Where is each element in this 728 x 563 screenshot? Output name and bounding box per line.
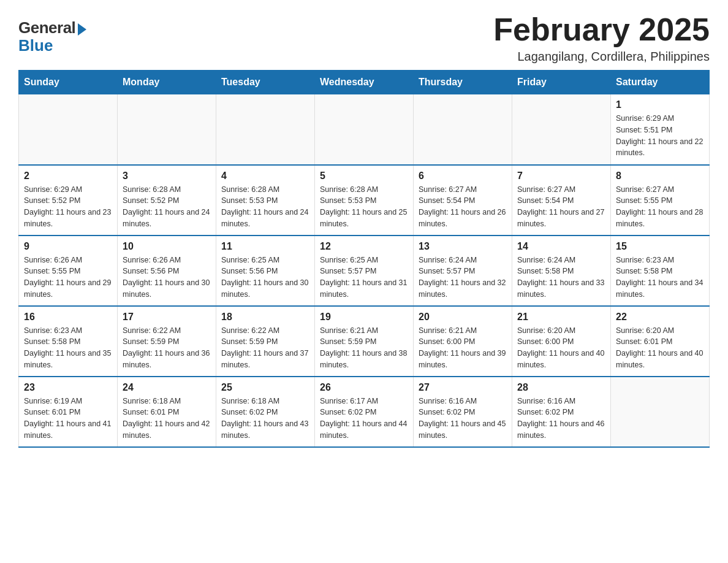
week-row: 1Sunrise: 6:29 AMSunset: 5:51 PMDaylight… (19, 94, 710, 165)
day-info: Sunrise: 6:24 AMSunset: 5:57 PMDaylight:… (419, 255, 507, 301)
day-info: Sunrise: 6:16 AMSunset: 6:02 PMDaylight:… (419, 396, 507, 442)
day-info: Sunrise: 6:29 AMSunset: 5:51 PMDaylight:… (616, 113, 704, 159)
day-number: 1 (616, 99, 704, 110)
day-info: Sunrise: 6:28 AMSunset: 5:53 PMDaylight:… (221, 184, 309, 230)
calendar-cell (19, 94, 118, 165)
day-number: 16 (24, 312, 112, 323)
day-of-week-header: Tuesday (216, 71, 315, 94)
logo-blue-text: Blue (18, 36, 53, 55)
calendar-cell: 26Sunrise: 6:17 AMSunset: 6:02 PMDayligh… (315, 377, 414, 447)
day-number: 24 (123, 382, 211, 393)
calendar-cell: 24Sunrise: 6:18 AMSunset: 6:01 PMDayligh… (118, 377, 216, 447)
location: Lagangilang, Cordillera, Philippines (493, 50, 710, 64)
calendar-cell: 21Sunrise: 6:20 AMSunset: 6:00 PMDayligh… (512, 306, 611, 377)
day-info: Sunrise: 6:20 AMSunset: 6:00 PMDaylight:… (517, 325, 605, 371)
day-number: 20 (419, 312, 507, 323)
calendar-cell: 27Sunrise: 6:16 AMSunset: 6:02 PMDayligh… (414, 377, 512, 447)
day-info: Sunrise: 6:23 AMSunset: 5:58 PMDaylight:… (616, 255, 704, 301)
calendar-cell: 11Sunrise: 6:25 AMSunset: 5:56 PMDayligh… (216, 236, 315, 306)
calendar-cell: 7Sunrise: 6:27 AMSunset: 5:54 PMDaylight… (512, 165, 611, 236)
day-info: Sunrise: 6:21 AMSunset: 6:00 PMDaylight:… (419, 325, 507, 371)
calendar-cell (118, 94, 216, 165)
day-number: 23 (24, 382, 112, 393)
calendar-body: 1Sunrise: 6:29 AMSunset: 5:51 PMDaylight… (19, 94, 710, 447)
day-number: 26 (320, 382, 408, 393)
day-info: Sunrise: 6:22 AMSunset: 5:59 PMDaylight:… (123, 325, 211, 371)
calendar-cell (414, 94, 512, 165)
day-number: 22 (616, 312, 704, 323)
calendar-cell (315, 94, 414, 165)
day-of-week-header: Thursday (414, 71, 512, 94)
calendar-cell: 6Sunrise: 6:27 AMSunset: 5:54 PMDaylight… (414, 165, 512, 236)
title-block: February 2025 Lagangilang, Cordillera, P… (493, 12, 710, 64)
day-info: Sunrise: 6:28 AMSunset: 5:52 PMDaylight:… (123, 184, 211, 230)
day-of-week-header: Friday (512, 71, 611, 94)
day-number: 4 (221, 170, 309, 182)
calendar-cell: 13Sunrise: 6:24 AMSunset: 5:57 PMDayligh… (414, 236, 512, 306)
calendar-cell: 22Sunrise: 6:20 AMSunset: 6:01 PMDayligh… (611, 306, 710, 377)
day-number: 10 (123, 241, 211, 252)
day-info: Sunrise: 6:27 AMSunset: 5:55 PMDaylight:… (616, 184, 704, 230)
day-of-week-header: Saturday (611, 71, 710, 94)
month-title: February 2025 (493, 12, 710, 47)
day-info: Sunrise: 6:20 AMSunset: 6:01 PMDaylight:… (616, 325, 704, 371)
day-info: Sunrise: 6:26 AMSunset: 5:55 PMDaylight:… (24, 255, 112, 301)
calendar-cell (216, 94, 315, 165)
day-info: Sunrise: 6:25 AMSunset: 5:56 PMDaylight:… (221, 255, 309, 301)
day-number: 15 (616, 241, 704, 252)
calendar-cell: 20Sunrise: 6:21 AMSunset: 6:00 PMDayligh… (414, 306, 512, 377)
day-of-week-header: Monday (118, 71, 216, 94)
day-info: Sunrise: 6:27 AMSunset: 5:54 PMDaylight:… (517, 184, 605, 230)
days-of-week-row: SundayMondayTuesdayWednesdayThursdayFrid… (19, 71, 710, 94)
calendar-cell: 16Sunrise: 6:23 AMSunset: 5:58 PMDayligh… (19, 306, 118, 377)
day-of-week-header: Wednesday (315, 71, 414, 94)
logo-general-text: General (18, 18, 75, 37)
calendar-cell: 17Sunrise: 6:22 AMSunset: 5:59 PMDayligh… (118, 306, 216, 377)
day-number: 14 (517, 241, 605, 252)
day-number: 2 (24, 170, 112, 182)
calendar-cell (512, 94, 611, 165)
day-info: Sunrise: 6:19 AMSunset: 6:01 PMDaylight:… (24, 396, 112, 442)
day-info: Sunrise: 6:21 AMSunset: 5:59 PMDaylight:… (320, 325, 408, 371)
day-number: 5 (320, 170, 408, 182)
day-info: Sunrise: 6:24 AMSunset: 5:58 PMDaylight:… (517, 255, 605, 301)
week-row: 2Sunrise: 6:29 AMSunset: 5:52 PMDaylight… (19, 165, 710, 236)
calendar-cell: 28Sunrise: 6:16 AMSunset: 6:02 PMDayligh… (512, 377, 611, 447)
day-number: 3 (123, 170, 211, 182)
day-number: 21 (517, 312, 605, 323)
calendar-cell: 23Sunrise: 6:19 AMSunset: 6:01 PMDayligh… (19, 377, 118, 447)
day-info: Sunrise: 6:28 AMSunset: 5:53 PMDaylight:… (320, 184, 408, 230)
day-info: Sunrise: 6:23 AMSunset: 5:58 PMDaylight:… (24, 325, 112, 371)
logo-arrow-icon (78, 23, 86, 36)
day-number: 13 (419, 241, 507, 252)
calendar-cell (611, 377, 710, 447)
calendar-cell: 14Sunrise: 6:24 AMSunset: 5:58 PMDayligh… (512, 236, 611, 306)
day-info: Sunrise: 6:26 AMSunset: 5:56 PMDaylight:… (123, 255, 211, 301)
calendar-cell: 9Sunrise: 6:26 AMSunset: 5:55 PMDaylight… (19, 236, 118, 306)
calendar-header: SundayMondayTuesdayWednesdayThursdayFrid… (19, 71, 710, 94)
calendar-cell: 2Sunrise: 6:29 AMSunset: 5:52 PMDaylight… (19, 165, 118, 236)
day-number: 18 (221, 312, 309, 323)
page-header: General Blue February 2025 Lagangilang, … (18, 12, 710, 64)
calendar-cell: 15Sunrise: 6:23 AMSunset: 5:58 PMDayligh… (611, 236, 710, 306)
day-number: 27 (419, 382, 507, 393)
week-row: 9Sunrise: 6:26 AMSunset: 5:55 PMDaylight… (19, 236, 710, 306)
day-number: 28 (517, 382, 605, 393)
week-row: 16Sunrise: 6:23 AMSunset: 5:58 PMDayligh… (19, 306, 710, 377)
week-row: 23Sunrise: 6:19 AMSunset: 6:01 PMDayligh… (19, 377, 710, 447)
calendar-cell: 5Sunrise: 6:28 AMSunset: 5:53 PMDaylight… (315, 165, 414, 236)
calendar-table: SundayMondayTuesdayWednesdayThursdayFrid… (18, 70, 710, 448)
day-info: Sunrise: 6:27 AMSunset: 5:54 PMDaylight:… (419, 184, 507, 230)
day-number: 17 (123, 312, 211, 323)
day-number: 19 (320, 312, 408, 323)
calendar-cell: 8Sunrise: 6:27 AMSunset: 5:55 PMDaylight… (611, 165, 710, 236)
calendar-cell: 12Sunrise: 6:25 AMSunset: 5:57 PMDayligh… (315, 236, 414, 306)
day-info: Sunrise: 6:18 AMSunset: 6:02 PMDaylight:… (221, 396, 309, 442)
day-info: Sunrise: 6:29 AMSunset: 5:52 PMDaylight:… (24, 184, 112, 230)
day-info: Sunrise: 6:16 AMSunset: 6:02 PMDaylight:… (517, 396, 605, 442)
day-of-week-header: Sunday (19, 71, 118, 94)
day-info: Sunrise: 6:18 AMSunset: 6:01 PMDaylight:… (123, 396, 211, 442)
day-info: Sunrise: 6:25 AMSunset: 5:57 PMDaylight:… (320, 255, 408, 301)
calendar-cell: 4Sunrise: 6:28 AMSunset: 5:53 PMDaylight… (216, 165, 315, 236)
day-number: 11 (221, 241, 309, 252)
